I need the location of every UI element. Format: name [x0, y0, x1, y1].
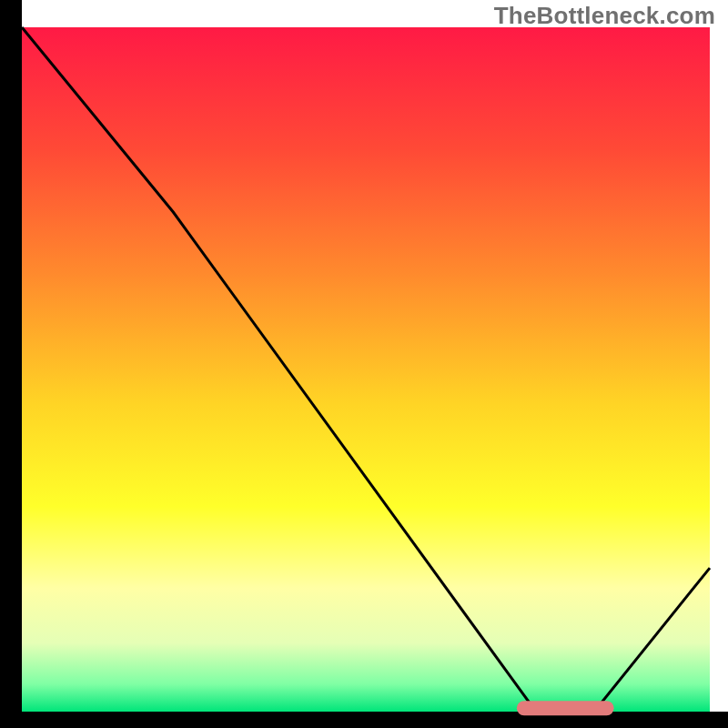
plot-background: [22, 27, 710, 712]
bottleneck-chart: [0, 0, 728, 728]
chart-container: TheBottleneck.com: [0, 0, 728, 728]
x-axis: [0, 712, 728, 728]
optimal-range-marker: [517, 701, 614, 715]
y-axis: [0, 0, 22, 728]
watermark-text: TheBottleneck.com: [494, 2, 715, 30]
